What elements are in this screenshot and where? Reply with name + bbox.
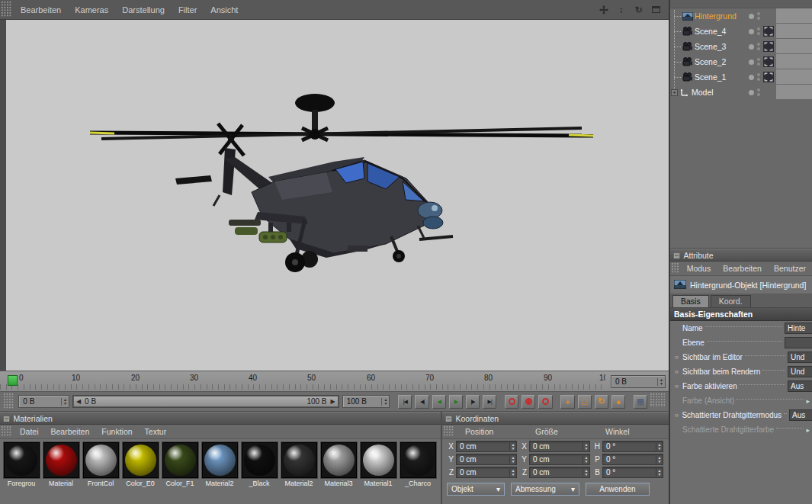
material-thumbnail[interactable]: Foregrou — [2, 442, 40, 487]
material-thumbnail[interactable]: Material2 — [280, 442, 318, 487]
render-view-icon[interactable] — [763, 72, 775, 82]
material-name[interactable]: Color_F1 — [162, 480, 198, 487]
rotate-view-icon[interactable]: ↻ — [632, 3, 645, 16]
end-frame-value[interactable]: 100 B — [343, 397, 382, 406]
material-preview[interactable] — [361, 442, 396, 478]
spinner-arrows-icon[interactable]: ▲▼ — [657, 378, 665, 386]
visibility-toggles[interactable] — [757, 58, 760, 66]
material-name[interactable]: Material1 — [360, 480, 396, 487]
toolbar-grip[interactable] — [2, 2, 12, 18]
menu-bearbeiten[interactable]: Bearbeiten — [717, 264, 768, 273]
tab-basis[interactable]: Basis — [672, 295, 709, 307]
material-preview[interactable] — [400, 442, 436, 478]
angle-h-field[interactable]: 0 °▲▼ — [602, 441, 663, 452]
goto-end-button[interactable]: ▶| — [483, 395, 496, 409]
material-preview[interactable] — [202, 442, 238, 478]
apply-button[interactable]: Anwenden — [586, 483, 650, 496]
spinner-arrows-icon[interactable]: ▲▼ — [509, 443, 516, 451]
material-preview[interactable] — [4, 442, 40, 478]
name-field[interactable]: Hinte — [785, 323, 812, 334]
material-preview[interactable] — [123, 442, 159, 478]
spinner-arrows-icon[interactable]: ▲▼ — [656, 469, 663, 477]
spinner-arrows-icon[interactable]: ▲▼ — [583, 443, 589, 451]
material-preview[interactable] — [43, 442, 79, 478]
visibility-toggles[interactable] — [757, 12, 760, 20]
range-left-arrow-icon[interactable]: ◀ — [76, 398, 81, 405]
timeline-ticks[interactable]: 0 10 20 30 40 50 60 70 80 90 100 — [0, 371, 605, 391]
menu-textur[interactable]: Textur — [139, 427, 173, 436]
angle-p-field[interactable]: 0 °▲▼ — [602, 454, 663, 465]
menu-bearbeiten[interactable]: Bearbeiten — [14, 5, 68, 14]
menu-darstellung[interactable]: Darstellung — [115, 5, 172, 14]
visibility-toggles[interactable] — [757, 27, 760, 35]
menu-ansicht[interactable]: Ansicht — [204, 5, 245, 14]
spinner-arrows-icon[interactable]: ▲▼ — [381, 398, 389, 406]
coordinates-grip[interactable] — [444, 426, 454, 437]
next-key-button[interactable]: |▶ — [466, 395, 480, 409]
prev-key-button[interactable]: ◀| — [415, 395, 428, 409]
zoom-view-icon[interactable]: ↕ — [615, 3, 627, 16]
render-view-icon[interactable] — [763, 56, 775, 67]
spinner-arrows-icon[interactable]: ▲▼ — [583, 469, 589, 477]
frame-range-slider[interactable]: ◀0 B 100 B▶ — [72, 395, 339, 408]
layer-field[interactable] — [785, 337, 812, 348]
attributes-menu-grip[interactable] — [672, 263, 679, 274]
object-row-scene1[interactable]: Scene_1 — [670, 69, 812, 85]
goto-start-button[interactable]: |◀ — [398, 395, 412, 409]
autokey-button[interactable] — [522, 395, 535, 409]
dimension-mode-dropdown[interactable]: Abmessung▾ — [511, 483, 579, 496]
play-button[interactable]: ▶ — [449, 395, 463, 409]
visibility-toggles[interactable] — [757, 43, 760, 50]
object-row-model[interactable]: + Model — [670, 85, 812, 100]
object-label[interactable]: Hintergrund — [695, 11, 749, 21]
expand-arrow-icon[interactable]: ▸ — [806, 426, 810, 434]
visibility-dot[interactable] — [749, 59, 754, 65]
object-label[interactable]: Model — [692, 88, 749, 97]
material-name[interactable]: Material2 — [201, 480, 238, 487]
menu-kameras[interactable]: Kameras — [68, 5, 115, 14]
spinner-arrows-icon[interactable]: ▲▼ — [509, 469, 516, 477]
expand-arrow-icon[interactable]: ▸ — [806, 397, 810, 405]
position-z-field[interactable]: 0 cm▲▼ — [456, 467, 517, 478]
tab-koord[interactable]: Koord. — [711, 295, 751, 307]
material-name[interactable]: Foregrou — [3, 480, 40, 487]
visibility-dot[interactable] — [749, 44, 754, 50]
attributes-titlebar[interactable]: ▤ Attribute — [670, 249, 812, 262]
coordinates-titlebar[interactable]: ▤ Koordinaten — [442, 412, 669, 425]
object-manager-grip[interactable] — [670, 0, 812, 8]
record-rotation-button[interactable]: ↻ — [595, 395, 608, 409]
menu-bearbeiten[interactable]: Bearbeiten — [45, 427, 96, 436]
material-thumbnail[interactable]: _Black — [240, 442, 278, 487]
object-row-scene4[interactable]: Scene_4 — [670, 24, 812, 39]
spinner-arrows-icon[interactable]: ▲▼ — [509, 456, 516, 464]
spinner-arrows-icon[interactable]: ▲▼ — [656, 456, 663, 464]
play-backwards-button[interactable]: ◀ — [432, 395, 446, 409]
transport-grip[interactable] — [4, 393, 14, 409]
spinner-arrows-icon[interactable]: ▲▼ — [656, 443, 663, 451]
3d-viewport[interactable] — [6, 20, 669, 371]
menu-benutzer[interactable]: Benutzer — [768, 264, 812, 273]
keyframe-circle-icon[interactable]: ○ — [675, 354, 682, 361]
keyframe-circle-icon[interactable]: ○ — [675, 412, 682, 419]
material-name[interactable]: Material2 — [281, 480, 317, 487]
layer-cell[interactable] — [776, 54, 812, 69]
menu-funktion[interactable]: Funktion — [95, 427, 138, 436]
visibility-toggles[interactable] — [757, 73, 760, 81]
color-enable-dropdown[interactable]: Aus — [788, 380, 812, 392]
expander-icon[interactable]: + — [671, 89, 678, 96]
material-name[interactable]: FrontCol — [82, 480, 119, 487]
angle-b-field[interactable]: 0 °▲▼ — [602, 467, 663, 478]
object-label[interactable]: Scene_1 — [695, 72, 749, 82]
material-thumbnail[interactable]: Color_E0 — [121, 442, 159, 487]
layer-cell[interactable] — [776, 85, 812, 100]
visibility-dot[interactable] — [749, 14, 754, 19]
playhead-frame-spinner[interactable]: 0 B ▲▼ — [18, 395, 69, 408]
object-row-hintergrund[interactable]: Hintergrund — [670, 8, 812, 24]
render-visibility-dropdown[interactable]: Und — [788, 366, 812, 377]
current-frame-spinner[interactable]: 0 B ▲▼ — [611, 375, 666, 388]
material-name[interactable]: _Black — [241, 480, 278, 487]
helicopter-model[interactable] — [6, 20, 669, 371]
maximize-view-icon[interactable] — [650, 3, 663, 16]
object-label[interactable]: Scene_3 — [695, 42, 749, 51]
range-right-arrow-icon[interactable]: ▶ — [331, 398, 335, 405]
